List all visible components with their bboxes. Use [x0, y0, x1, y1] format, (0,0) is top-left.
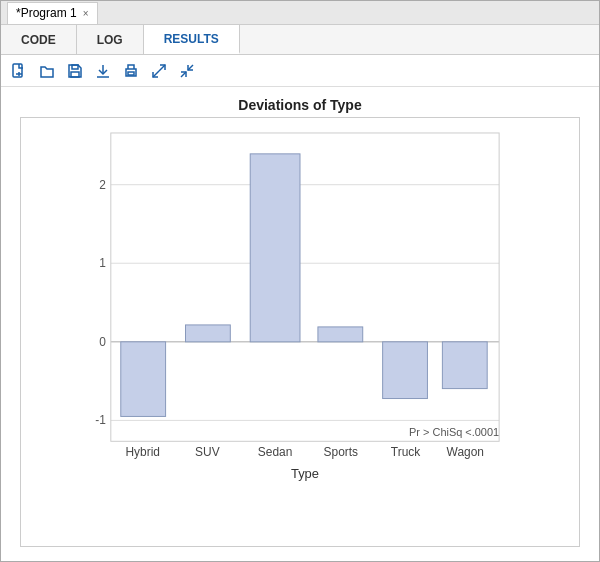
- nav-tabs: CODE LOG RESULTS: [1, 25, 599, 55]
- svg-rect-13: [111, 133, 499, 441]
- x-label-truck: Truck: [391, 445, 420, 459]
- expand-button[interactable]: [147, 59, 171, 83]
- open-button[interactable]: [35, 59, 59, 83]
- title-bar: *Program 1 ×: [1, 1, 599, 25]
- close-icon[interactable]: ×: [83, 8, 89, 19]
- svg-text:1: 1: [99, 256, 106, 270]
- x-label-wagon: Wagon: [447, 445, 484, 459]
- print-button[interactable]: [119, 59, 143, 83]
- x-label-suv: SUV: [195, 445, 220, 459]
- x-label-sports: Sports: [324, 445, 359, 459]
- svg-rect-3: [72, 65, 78, 69]
- collapse-button[interactable]: [175, 59, 199, 83]
- svg-rect-4: [71, 72, 79, 77]
- chart-area: Deviations of Type 2 1: [1, 87, 599, 561]
- save-button[interactable]: [63, 59, 87, 83]
- program-tab[interactable]: *Program 1 ×: [7, 2, 98, 24]
- svg-line-9: [159, 65, 165, 71]
- tab-log[interactable]: LOG: [77, 25, 144, 54]
- bar-hybrid: [121, 342, 166, 417]
- tab-results[interactable]: RESULTS: [144, 25, 240, 54]
- x-label-sedan: Sedan: [258, 445, 293, 459]
- svg-text:0: 0: [99, 335, 106, 349]
- program-tab-label: *Program 1: [16, 6, 77, 20]
- chart-container: 2 1 0 -1: [20, 117, 580, 547]
- bar-truck: [383, 342, 428, 399]
- svg-line-10: [153, 71, 159, 77]
- chart-title: Deviations of Type: [238, 97, 361, 113]
- svg-rect-0: [13, 64, 22, 77]
- annotation: Pr > ChiSq <.0001: [409, 426, 499, 438]
- new-button[interactable]: [7, 59, 31, 83]
- tab-code[interactable]: CODE: [1, 25, 77, 54]
- download-button[interactable]: [91, 59, 115, 83]
- x-label-hybrid: Hybrid: [125, 445, 160, 459]
- svg-text:-1: -1: [95, 413, 106, 427]
- bar-suv: [186, 325, 231, 342]
- svg-rect-22: [111, 133, 499, 441]
- main-window: *Program 1 × CODE LOG RESULTS: [0, 0, 600, 562]
- bar-sports: [318, 327, 363, 342]
- toolbar: [1, 55, 599, 87]
- chart-svg: 2 1 0 -1: [71, 128, 529, 496]
- x-axis-label: Type: [291, 466, 319, 481]
- bar-wagon: [442, 342, 487, 389]
- svg-text:2: 2: [99, 178, 106, 192]
- bar-sedan: [250, 154, 300, 342]
- svg-rect-8: [128, 72, 134, 75]
